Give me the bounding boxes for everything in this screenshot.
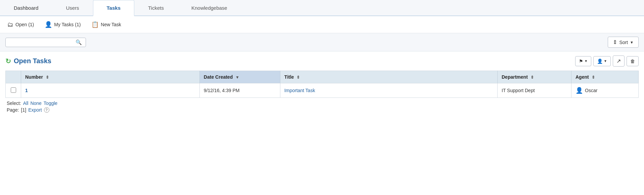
row-checkbox-cell xyxy=(6,83,21,98)
select-none-link[interactable]: None xyxy=(30,101,41,106)
col-checkbox xyxy=(6,71,21,83)
col-agent-label: Agent xyxy=(576,74,589,80)
page-row: Page: [1] Export ? xyxy=(7,107,637,113)
sort-caret-icon: ▼ xyxy=(630,40,634,44)
select-all-link[interactable]: All xyxy=(23,101,29,106)
search-input-wrap: 🔍 xyxy=(5,38,86,47)
date-sort-icon: ▼ xyxy=(235,75,239,80)
tab-dashboard[interactable]: Dashboard xyxy=(0,0,52,16)
row-department: IT Support Dept xyxy=(502,88,535,93)
export-link[interactable]: Export xyxy=(28,107,42,113)
assign-caret-icon: ▼ xyxy=(604,59,607,63)
flag-button[interactable]: ⚑ ▼ xyxy=(575,56,591,66)
col-dept-label: Department xyxy=(502,74,528,80)
sort-icon: ⇕ xyxy=(613,39,617,45)
toolbar: 🗂 Open (1) 👤 My Tasks (1) 📋 New Task xyxy=(0,16,644,33)
section-title-text: Open Tasks xyxy=(14,57,51,65)
row-date: 9/12/16, 4:39 PM xyxy=(204,88,240,93)
share-icon: ↗ xyxy=(616,58,621,64)
assign-icon: 👤 xyxy=(597,58,603,64)
section-title: ↻ Open Tasks xyxy=(5,57,51,65)
tab-bar: Dashboard Users Tasks Tickets Knowledgeb… xyxy=(0,0,644,16)
row-checkbox[interactable] xyxy=(11,87,16,93)
row-number-cell: 1 xyxy=(21,83,200,98)
agent-sort-icon: ⇕ xyxy=(592,75,595,80)
agent-name: Oscar xyxy=(585,88,597,93)
select-label: Select: xyxy=(7,101,21,106)
open-tasks-label: Open (1) xyxy=(15,22,34,27)
tab-tickets[interactable]: Tickets xyxy=(134,0,178,16)
row-date-cell: 9/12/16, 4:39 PM xyxy=(199,83,280,98)
row-title-cell: Important Task xyxy=(280,83,497,98)
tab-knowledgebase[interactable]: Knowledgebase xyxy=(178,0,241,16)
my-tasks-label: My Tasks (1) xyxy=(54,22,81,27)
col-agent[interactable]: Agent ⇕ xyxy=(571,71,639,83)
number-sort-icon: ⇕ xyxy=(46,75,49,80)
select-row: Select: All None Toggle xyxy=(7,101,637,106)
search-bar: 🔍 ⇕ Sort ▼ xyxy=(0,33,644,51)
table-footer: Select: All None Toggle Page: [1] Export… xyxy=(5,98,639,114)
col-date-label: Date Created xyxy=(204,74,233,80)
tab-tasks[interactable]: Tasks xyxy=(93,0,134,16)
tasks-table: Number ⇕ Date Created ▼ Title ⇕ Departme… xyxy=(5,71,639,98)
action-buttons: ⚑ ▼ 👤 ▼ ↗ 🗑 xyxy=(575,55,639,67)
delete-button[interactable]: 🗑 xyxy=(627,56,639,66)
search-icon[interactable]: 🔍 xyxy=(76,39,82,45)
page-label: Page: xyxy=(7,107,19,113)
col-number[interactable]: Number ⇕ xyxy=(21,71,200,83)
row-department-cell: IT Support Dept xyxy=(498,83,571,98)
col-title-label: Title xyxy=(284,74,294,80)
search-input[interactable] xyxy=(8,40,76,45)
main-content: ↻ Open Tasks ⚑ ▼ 👤 ▼ ↗ 🗑 xyxy=(0,51,644,118)
refresh-icon[interactable]: ↻ xyxy=(5,57,11,65)
flag-caret-icon: ▼ xyxy=(584,59,588,63)
col-department[interactable]: Department ⇕ xyxy=(498,71,571,83)
new-task-label: New Task xyxy=(101,22,121,27)
tab-users[interactable]: Users xyxy=(52,0,93,16)
sort-label: Sort xyxy=(619,40,628,45)
my-tasks-button[interactable]: 👤 My Tasks (1) xyxy=(43,20,83,30)
page-num: [1] xyxy=(21,107,27,113)
delete-icon: 🗑 xyxy=(630,58,635,64)
agent-cell: 👤 Oscar xyxy=(576,87,634,94)
new-task-button[interactable]: 📋 New Task xyxy=(89,20,123,30)
title-sort-icon: ⇕ xyxy=(296,75,300,80)
row-agent-cell: 👤 Oscar xyxy=(571,83,639,98)
table-header-row: Number ⇕ Date Created ▼ Title ⇕ Departme… xyxy=(6,71,639,83)
help-icon[interactable]: ? xyxy=(44,107,49,113)
col-title[interactable]: Title ⇕ xyxy=(280,71,497,83)
col-date-created[interactable]: Date Created ▼ xyxy=(199,71,280,83)
share-button[interactable]: ↗ xyxy=(613,55,625,67)
my-tasks-icon: 👤 xyxy=(45,21,52,28)
col-number-label: Number xyxy=(25,74,43,80)
open-tasks-icon: 🗂 xyxy=(7,21,13,28)
task-id-link[interactable]: 1 xyxy=(25,88,28,93)
agent-avatar-icon: 👤 xyxy=(576,87,583,94)
select-toggle-link[interactable]: Toggle xyxy=(44,101,57,106)
table-row: 1 9/12/16, 4:39 PM Important Task IT Sup… xyxy=(6,83,639,98)
sort-button[interactable]: ⇕ Sort ▼ xyxy=(608,37,639,48)
section-header: ↻ Open Tasks ⚑ ▼ 👤 ▼ ↗ 🗑 xyxy=(5,55,639,67)
new-task-icon: 📋 xyxy=(91,21,99,28)
open-tasks-button[interactable]: 🗂 Open (1) xyxy=(5,20,36,30)
flag-icon: ⚑ xyxy=(579,58,583,64)
dept-sort-icon: ⇕ xyxy=(531,75,534,80)
assign-button[interactable]: 👤 ▼ xyxy=(593,56,611,66)
task-title-link[interactable]: Important Task xyxy=(284,88,315,93)
